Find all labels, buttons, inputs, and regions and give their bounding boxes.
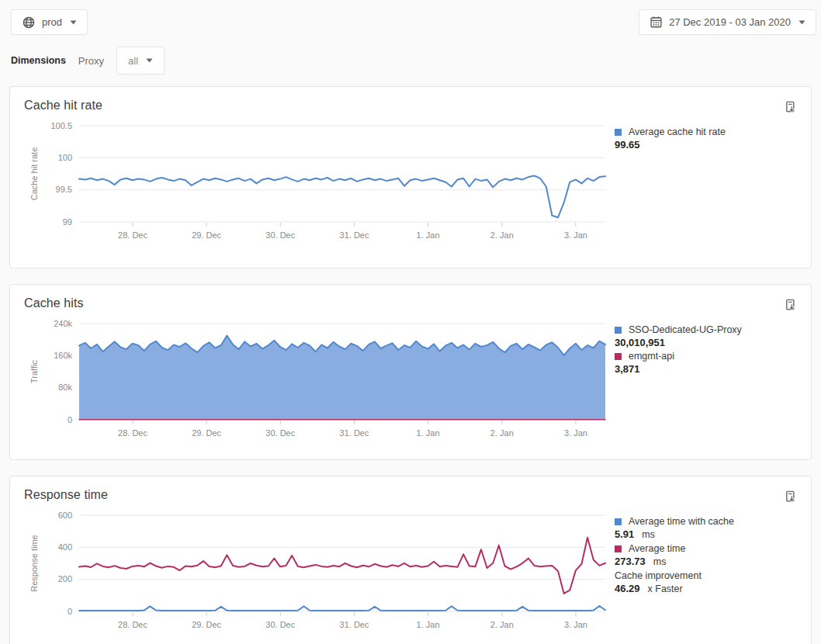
export-report-icon[interactable] [784,100,798,118]
svg-text:99.5: 99.5 [56,185,72,194]
svg-text:1. Jan: 1. Jan [417,428,440,438]
legend: SSO-Dedicated-UG-Proxy30,010,951emgmt-ap… [615,317,799,451]
legend-label: Cache improvement [615,570,701,582]
svg-text:99: 99 [63,217,72,227]
svg-text:31. Dec: 31. Dec [340,230,369,240]
chevron-down-icon [70,20,77,25]
dimension-name-label: Proxy [78,55,104,67]
svg-text:240k: 240k [54,319,72,328]
panel-response-time: Response time 600400200028. Dec29. Dec30… [9,476,812,644]
legend-item[interactable]: SSO-Dedicated-UG-Proxy [615,324,799,336]
legend-label: Average time with cache [629,515,734,528]
svg-text:400: 400 [58,542,72,552]
chart-cache-hits[interactable]: 240k160k80k028. Dec29. Dec30. Dec31. Dec… [17,317,615,451]
svg-text:Response time: Response time [29,535,39,591]
svg-text:3. Jan: 3. Jan [564,620,587,629]
legend-value: 3,871 [615,362,799,376]
svg-text:2. Jan: 2. Jan [490,230,514,240]
chevron-down-icon [146,58,153,63]
top-bar: prod 27 Dec 2019 - 03 Jan 2020 [0,0,821,36]
environment-selector[interactable]: prod [11,9,88,35]
globe-icon [22,16,36,29]
legend-unit: ms [642,529,655,540]
chart-cache-hit-rate[interactable]: 100.510099.59928. Dec29. Dec30. Dec31. D… [17,119,615,253]
legend-item: Cache improvement [615,570,799,582]
svg-text:160k: 160k [54,351,72,360]
svg-text:28. Dec: 28. Dec [118,428,147,438]
panel-cache-hit-rate: Cache hit rate 100.510099.59928. Dec29. … [9,86,812,268]
legend-item[interactable]: Average cache hit rate [615,126,799,138]
svg-text:0: 0 [68,415,72,424]
legend: Average time with cache5.91msAverage tim… [615,509,799,642]
date-range-label: 27 Dec 2019 - 03 Jan 2020 [669,16,791,28]
svg-text:30. Dec: 30. Dec [265,230,295,240]
legend-item[interactable]: Average time with cache [615,515,799,528]
panel-title: Response time [24,488,108,502]
svg-text:1. Jan: 1. Jan [417,620,440,629]
svg-text:3. Jan: 3. Jan [564,428,587,438]
svg-text:100: 100 [58,153,72,162]
dimension-selected-value: all [128,55,138,67]
svg-text:3. Jan: 3. Jan [564,230,587,240]
panel-title: Cache hit rate [24,99,102,113]
legend: Average cache hit rate99.65 [615,119,799,253]
svg-text:600: 600 [58,511,72,520]
svg-text:100.5: 100.5 [50,121,72,130]
legend-value: 30,010,951 [615,336,799,349]
svg-text:2. Jan: 2. Jan [490,428,514,438]
svg-text:80k: 80k [58,383,72,392]
date-range-selector[interactable]: 27 Dec 2019 - 03 Jan 2020 [639,9,816,35]
legend-unit: ms [653,556,667,567]
legend-label: emgmt-api [629,350,674,362]
legend-value: 99.65 [615,138,799,151]
svg-text:29. Dec: 29. Dec [192,620,221,629]
legend-item[interactable]: emgmt-api [615,350,799,362]
legend-value: 46.29x Faster [615,582,799,596]
legend-value: 273.73ms [615,555,799,569]
svg-text:200: 200 [58,574,72,583]
svg-text:29. Dec: 29. Dec [192,428,221,438]
legend-item[interactable]: Average time [615,542,799,555]
panel-cache-hits: Cache hits 240k160k80k028. Dec29. Dec30.… [9,284,812,460]
svg-text:2. Jan: 2. Jan [490,620,514,629]
legend-value: 5.91ms [615,528,799,542]
legend-swatch [615,129,622,136]
svg-text:28. Dec: 28. Dec [118,230,147,240]
legend-unit: x Faster [648,583,683,594]
legend-label: Average cache hit rate [629,126,726,138]
svg-text:1. Jan: 1. Jan [417,230,440,240]
dimensions-label: Dimensions [11,55,66,66]
svg-text:30. Dec: 30. Dec [265,620,295,629]
svg-text:0: 0 [68,607,72,616]
panel-title: Cache hits [24,296,84,310]
legend-label: Average time [629,542,685,555]
legend-swatch [615,518,622,525]
chevron-down-icon [798,20,805,25]
chart-response-time[interactable]: 600400200028. Dec29. Dec30. Dec31. Dec1.… [17,509,615,642]
svg-text:30. Dec: 30. Dec [265,428,295,438]
export-report-icon[interactable] [784,298,798,316]
legend-label: SSO-Dedicated-UG-Proxy [629,324,742,336]
dimensions-bar: Dimensions Proxy all [11,47,821,74]
svg-text:31. Dec: 31. Dec [340,428,369,438]
legend-swatch [615,353,622,360]
svg-text:31. Dec: 31. Dec [340,620,369,629]
svg-text:Traffic: Traffic [29,360,39,383]
svg-text:Cache hit rate: Cache hit rate [29,147,39,200]
legend-swatch [615,545,622,552]
calendar-icon [650,16,663,29]
legend-swatch [615,327,622,334]
export-report-icon[interactable] [784,490,798,507]
dimension-value-dropdown[interactable]: all [116,47,165,74]
svg-text:28. Dec: 28. Dec [118,620,147,629]
environment-label: prod [42,16,62,28]
svg-text:29. Dec: 29. Dec [192,230,221,240]
